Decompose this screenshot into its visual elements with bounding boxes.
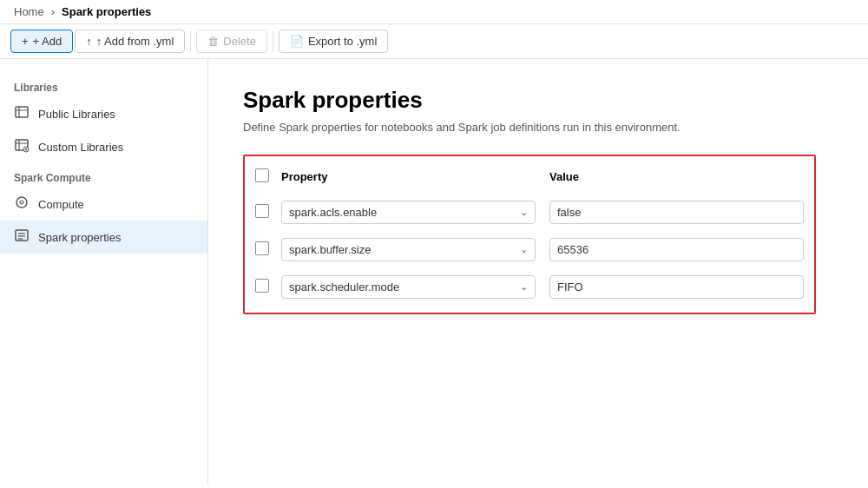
table-row: spark.buffer.size ⌄ [245,231,814,268]
export-icon: 📄 [290,35,304,48]
row-3-checkbox[interactable] [255,279,269,293]
row-3-property-select[interactable]: spark.scheduler.mode ⌄ [281,275,536,299]
add-icon: + [22,35,29,48]
sidebar-item-spark-properties[interactable]: Spark properties [0,221,207,254]
delete-button[interactable]: 🗑 Delete [196,30,267,53]
row-2-value-input[interactable] [549,238,804,261]
delete-label: Delete [223,35,256,48]
libraries-section-label: Libraries [0,73,207,97]
table-row: spark.scheduler.mode ⌄ [245,268,814,306]
add-from-yml-label: ↑ Add from .yml [96,35,174,48]
svg-rect-0 [16,107,28,117]
custom-libraries-icon [14,137,30,156]
public-libraries-icon [14,104,30,123]
sidebar-item-custom-libraries[interactable]: Custom Libraries [0,130,207,163]
chevron-down-icon: ⌄ [520,244,528,255]
table-row: spark.acls.enable ⌄ [245,194,814,231]
compute-label: Compute [38,198,84,211]
spark-compute-section-label: Spark Compute [0,163,207,188]
delete-icon: 🗑 [207,35,219,48]
compute-icon [14,195,30,214]
breadcrumb-separator: › [51,5,55,18]
chevron-down-icon: ⌄ [520,281,528,293]
row-2-checkbox[interactable] [255,241,269,255]
separator-2 [273,31,273,52]
layout: Libraries Public Libraries [0,59,868,485]
add-from-yml-button[interactable]: ↑ ↑ Add from .yml [75,30,185,53]
sidebar-item-public-libraries[interactable]: Public Libraries [0,97,207,130]
row-1-checkbox[interactable] [255,204,269,218]
custom-libraries-label: Custom Libraries [38,141,123,154]
add-button[interactable]: + + Add [10,30,73,53]
spark-properties-icon [14,228,30,247]
row-2-property-select[interactable]: spark.buffer.size ⌄ [281,238,536,261]
row-1-property-select[interactable]: spark.acls.enable ⌄ [281,201,536,224]
sidebar: Libraries Public Libraries [0,59,208,485]
spark-properties-label: Spark properties [38,231,121,244]
export-label: Export to .yml [308,35,377,48]
svg-point-10 [20,201,23,204]
chevron-down-icon: ⌄ [520,207,528,218]
row-2-property-text: spark.buffer.size [289,243,520,256]
upload-icon: ↑ [86,35,92,48]
row-1-property-text: spark.acls.enable [289,206,520,219]
column-header-value: Value [536,170,804,183]
row-3-property-text: spark.scheduler.mode [289,280,520,293]
properties-table: Property Value spark.acls.enable ⌄ [243,155,816,314]
main-content: Spark properties Define Spark properties… [208,59,868,485]
sidebar-item-compute[interactable]: Compute [0,188,207,221]
header-checkbox[interactable] [255,168,269,182]
page-description: Define Spark properties for notebooks an… [243,121,833,134]
page-title: Spark properties [243,87,833,114]
svg-point-9 [16,197,27,208]
breadcrumb-current: Spark properties [62,5,151,18]
column-header-property: Property [281,170,536,183]
export-button[interactable]: 📄 Export to .yml [279,30,388,53]
breadcrumb-home[interactable]: Home [14,5,44,18]
separator-1 [190,31,191,52]
row-3-value-input[interactable] [549,275,804,299]
toolbar: + + Add ↑ ↑ Add from .yml 🗑 Delete 📄 Exp… [0,24,868,59]
add-label: + Add [33,35,62,48]
row-1-value-input[interactable] [549,201,804,224]
breadcrumb: Home › Spark properties [0,0,868,24]
public-libraries-label: Public Libraries [38,108,115,121]
table-header: Property Value [245,163,814,194]
